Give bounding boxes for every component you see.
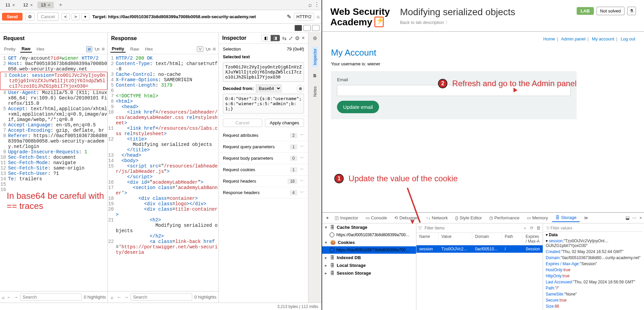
home-link[interactable]: Home [543,36,555,41]
collapse-icon[interactable]: ⇆ [282,35,286,41]
tree-ss[interactable]: ▸🗄 Session Storage [322,269,416,277]
search-icon[interactable]: ⌕ [308,1,312,8]
next-match-icon[interactable]: → [124,294,129,301]
v-button[interactable]: V [197,46,203,52]
mode-hex[interactable]: Hex [144,46,154,52]
tab-inspector[interactable]: ◫ Inspector [331,214,361,222]
inspector-row[interactable]: Request body parameters0﹀ [219,153,308,164]
mode-pretty[interactable]: Pretty [110,45,126,53]
inspector-row[interactable]: Request cookies1﹀ [219,164,308,176]
mode-raw[interactable]: Raw [20,45,32,53]
close-icon[interactable]: × [48,2,50,8]
tabs-overflow-icon[interactable]: ≫ [580,214,592,222]
prev-button[interactable]: < [61,13,70,20]
add-icon[interactable]: ＋ [523,225,527,231]
search-icon[interactable]: ⌕ [2,294,5,301]
apply-button[interactable]: Apply changes [265,119,304,127]
inspector-row[interactable]: Request headers16﹀ [219,176,308,187]
tab-console[interactable]: ▭ Console [362,214,391,222]
kebab-icon[interactable]: ⋮ [314,1,319,8]
rail-notes[interactable]: Notes [312,84,318,99]
layout-top-icon[interactable] [303,25,311,31]
search-input[interactable] [20,293,82,301]
dock-icon[interactable]: ⬓ [625,215,630,220]
tab-12[interactable]: 12× [20,2,36,8]
close-icon[interactable]: × [302,35,305,41]
search-icon[interactable]: ⌕ [110,294,115,301]
tree-cookies[interactable]: ▾🍪 Cookies [322,239,416,246]
cookie-row[interactable]: session Tzo0OiJVc2VyIj… 0acf005103… / Se… [416,245,543,253]
selected-text[interactable]: Tzo0OiJVc2VyIjoyOntzOjg6InVzZXJuYW1lIjtz… [223,62,304,82]
col-expires[interactable]: Expires / Max-A [523,233,543,245]
decoded-text[interactable]: O:4:"User":2:{s:8:"username";s:6:"wiener… [223,94,304,114]
next-match-icon[interactable]: → [13,294,18,301]
tab-style[interactable]: {} Style Editor [452,214,485,222]
logout-link[interactable]: Log out [621,36,635,41]
col-value[interactable]: Value [439,233,472,245]
prev-match-icon[interactable]: ← [7,294,11,301]
send-button[interactable]: Send [2,13,23,21]
toggle-icon[interactable]: ⦸ [317,14,319,20]
options-icon[interactable]: ≡ [102,46,105,52]
col-name[interactable]: Name [416,233,439,245]
tab-storage[interactable]: 🗄 Storage [552,214,580,222]
add-tab-icon[interactable]: ＋ [55,1,66,9]
cancel-button[interactable]: Cancel [37,12,59,21]
add-decoder-icon[interactable]: ⊕ [297,85,304,92]
close-icon[interactable]: × [30,2,33,8]
close-icon[interactable]: × [639,215,642,220]
next-dd-button[interactable]: ▾ [81,13,90,20]
gear-icon[interactable]: ⚙ [295,35,300,41]
search-input[interactable] [131,293,192,301]
mode-pretty[interactable]: Pretty [3,46,17,52]
tree-cookie-host[interactable]: https://0acf005103673b8d808399a7008b0058… [322,246,416,254]
layout-single-icon[interactable] [312,25,319,31]
http-version[interactable]: HTTP/2 [294,13,314,21]
layout-split-icon[interactable] [295,25,302,31]
kebab-icon[interactable]: ⋯ [632,215,637,220]
newline-icon[interactable]: \n [205,46,211,52]
tree-idb[interactable]: ▸🗄 Indexed DB [322,254,416,261]
decode-select[interactable]: Base64 [256,85,281,92]
tree-cache-host[interactable]: https://0acf005103673b8d808399a7008b0058… [322,231,416,239]
filter-input[interactable] [425,226,520,230]
flask-icon[interactable]: ⚗ [627,7,636,15]
refresh-icon[interactable]: ⟳ [530,225,534,230]
col-domain[interactable]: Domain [472,233,502,245]
inspector-rail-icon[interactable]: ◎ [313,35,317,40]
layout-seg[interactable]: ◧◨ [261,35,280,41]
tab-13[interactable]: 13× [37,2,54,8]
inspector-row[interactable]: Response headers4﹀ [219,187,308,198]
close-icon[interactable]: × [12,2,15,8]
inspector-row[interactable]: Request attributes2﹀ [219,130,308,141]
mode-hex[interactable]: Hex [35,46,46,52]
notes-rail-icon[interactable]: 🗎 [313,73,317,78]
response-editor[interactable]: 1HTTP/2 200 OK 2Content-Type: text/html;… [108,54,218,291]
delete-icon[interactable]: 🗑 [536,225,541,230]
next-button[interactable]: > [71,13,80,20]
tab-network[interactable]: ↑↓ Network [423,214,451,222]
inspector-row[interactable]: Request query parameters1﹀ [219,141,308,153]
picker-icon[interactable]: ⌖ [324,214,331,222]
newline-icon[interactable]: \n [94,46,100,52]
tree-ls[interactable]: ▸🗄 Local Storage [322,261,416,269]
account-link[interactable]: My account [592,36,614,41]
edit-target-icon[interactable]: ✎ [287,13,291,20]
cancel-button[interactable]: Cancel [223,119,262,127]
col-path[interactable]: Path [502,233,523,245]
expand-icon[interactable]: ⤢ [289,35,293,41]
tab-memory[interactable]: ▭ Memory [523,214,551,222]
tree-cache[interactable]: ▾🗄 Cache Storage [322,223,416,231]
mode-raw[interactable]: Raw [129,46,140,52]
gear-icon[interactable]: ⚙ [25,13,35,21]
prev-match-icon[interactable]: ← [117,294,122,301]
render-icon[interactable]: ▤ [86,46,92,52]
options-icon[interactable]: ≡ [213,46,216,52]
back-link[interactable]: Back to lab description 〉 [400,20,449,26]
tab-11[interactable]: 11× [2,2,19,8]
update-email-button[interactable]: Update email [337,101,379,113]
rail-inspector[interactable]: Inspector [312,46,318,67]
tab-perf[interactable]: ◷ Performance [486,214,522,222]
admin-link[interactable]: Admin panel [561,36,585,41]
request-editor[interactable]: 1GET /my-account?id=wiener HTTP/2 2Host:… [0,54,107,291]
